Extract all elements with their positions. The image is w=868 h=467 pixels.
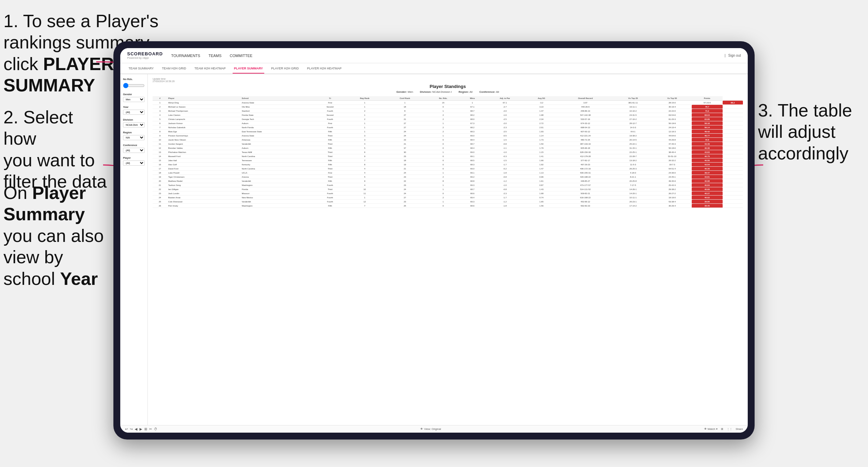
toolbar-view[interactable]: 👁 View: Original — [420, 427, 441, 431]
table-row[interactable]: 6Jackson KoivunAuburnFirst127167.3-2.02.… — [153, 121, 743, 125]
table-cell: 0 — [426, 163, 461, 167]
redo-button[interactable]: ↪ — [130, 427, 133, 431]
undo-button[interactable]: ↩ — [125, 427, 128, 431]
prev-button[interactable]: ◀ — [135, 427, 137, 431]
filters-sidebar: No Rds. Gender Men Year (All) Divisio — [120, 74, 148, 425]
table-cell: 68.8 — [461, 179, 484, 183]
table-cell: 44.8 — [692, 138, 723, 142]
sub-nav-player-h2h-grid[interactable]: PLAYER H2H GRID — [270, 64, 300, 73]
sub-nav-team-h2h-grid[interactable]: TEAM H2H GRID — [160, 64, 188, 73]
table-cell: 1 — [153, 101, 167, 105]
table-cell: 35-26-4 — [653, 204, 692, 208]
table-row[interactable]: 2Michael Le SassevOle MissSecond118067.1… — [153, 105, 743, 109]
player-select[interactable]: (All) — [123, 160, 145, 166]
table-row[interactable]: 26Petr HrubyWashingtonFifth725068.6-1.81… — [153, 204, 743, 208]
table-cell: Luke Clanton — [167, 113, 241, 117]
table-cell: 5 — [345, 175, 384, 179]
table-cell: 2 — [345, 109, 384, 113]
table-cell: 8-21-1 — [613, 175, 653, 179]
table-row[interactable]: 25Cole SherwoodVanderbiltFourth1223169.3… — [153, 200, 743, 204]
conference-select[interactable]: (All) — [123, 148, 145, 153]
table-cell: 40.69 — [692, 187, 723, 191]
year-select[interactable]: (All) — [123, 110, 145, 115]
table-row[interactable]: 14Maxwell FordNorth CarolinaThird923069.… — [153, 154, 743, 158]
annotation-step2-line1: 2. Select how — [3, 107, 73, 148]
table-header-row: # Player School Yr Reg Rank Conf Rank No… — [153, 96, 743, 101]
table-row[interactable]: 22Ian GilliganFloridaThird1024168.7-0.81… — [153, 187, 743, 191]
table-row[interactable]: 7Nicholas GabrelcikNorth FloridaFourth12… — [153, 125, 743, 130]
nav-tournaments[interactable]: TOURNAMENTS — [171, 52, 200, 59]
table-cell: Brendan Valdes — [167, 146, 241, 150]
table-row[interactable]: 3Michael ThorbjornsenStanfordFourth28168… — [153, 109, 743, 113]
toolbar-icon1[interactable]: ⊞ — [721, 427, 723, 431]
table-row[interactable]: 20Matthew RiedelVanderbiltFifth922868.8-… — [153, 179, 743, 183]
table-cell: -1.5 — [484, 138, 526, 142]
table-cell: 1 — [426, 200, 461, 204]
table-row[interactable]: 23Jack LundinMissouriFourth1124068.6-2.3… — [153, 191, 743, 196]
table-row[interactable]: 21Tashiun SongWashingtonFourth423169.3-1… — [153, 183, 743, 187]
watch-icon: 👁 — [704, 427, 707, 431]
annotation-step3: 3. The table will adjust accordingly — [758, 100, 865, 164]
no-rds-slider[interactable] — [123, 83, 145, 88]
clock-button[interactable]: ⏱ — [154, 427, 157, 431]
sub-nav-team-h2h-heatmap[interactable]: TEAM H2H HEATMAP — [193, 64, 227, 73]
table-cell: 0 — [426, 105, 461, 109]
eye-icon: 👁 — [420, 427, 423, 431]
table-row[interactable]: 15Jake HallTennesseeFifth718068.5-1.51.6… — [153, 158, 743, 163]
table-row[interactable]: 10Jacob Skov OlesenArkansasFifth323068.4… — [153, 138, 743, 142]
table-cell: 1 — [426, 134, 461, 138]
sub-nav-player-h2h-heatmap[interactable]: PLAYER H2H HEATMAP — [305, 64, 343, 73]
table-row[interactable]: 1Wenyi DingArizona StateFirst1115167.1-3… — [153, 101, 743, 105]
table-cell: 27-10-2 — [613, 117, 653, 121]
nav-committee[interactable]: COMMITTEE — [230, 52, 253, 59]
table-cell: 8 — [345, 163, 384, 167]
copy-button[interactable]: ⊞ — [144, 427, 147, 431]
col-points: Points — [692, 96, 723, 101]
table-row[interactable]: 18Luke PowellUCLAFirst424169.1-1.81.1350… — [153, 171, 743, 175]
cut-button[interactable]: ✂ — [149, 427, 152, 431]
toolbar-icon2[interactable]: ⋮⋮ — [727, 427, 732, 431]
table-cell: Petr Hruby — [167, 204, 241, 208]
table-cell: 15 — [153, 158, 167, 163]
table-cell: 9 — [345, 179, 384, 183]
table-row[interactable]: 19Tiger ChristensenArizonaThird523269.2-… — [153, 175, 743, 179]
table-row[interactable]: 17David FordNorth CarolinaThird421069.0-… — [153, 167, 743, 171]
table-cell: 1 — [426, 187, 461, 191]
table-row[interactable]: 12Brendan ValdesAuburnFifth537068.4-1.11… — [153, 146, 743, 150]
sub-nav-team-summary[interactable]: TEAM SUMMARY — [127, 64, 155, 73]
table-row[interactable]: 24Bastien AmatNew MexicoFourth127269.4-1… — [153, 196, 743, 200]
table-row[interactable]: 5Christo LamprechtGeorgia TechFourth2212… — [153, 117, 743, 121]
table-row[interactable]: 9Preston SummerhaysArizona StateThird324… — [153, 134, 743, 138]
division-select[interactable]: NCAA Division I — [123, 122, 145, 127]
table-row[interactable]: 13Phichaksn MaichonTexas A&MThird630169.… — [153, 150, 743, 154]
table-cell: Preston Summerhays — [167, 134, 241, 138]
table-row[interactable]: 16Alex GoffKentuckyFifth819068.3-1.71.92… — [153, 163, 743, 167]
nav-sign-out[interactable]: Sign out — [728, 54, 741, 57]
table-cell: Matthew Riedel — [167, 179, 241, 183]
table-cell: 452-66-12 — [557, 200, 613, 204]
table-row[interactable]: 11Gordon SargentVanderbiltThird421068.7-… — [153, 142, 743, 146]
table-cell: Cole Sherwood — [167, 200, 241, 204]
table-cell: 24 — [384, 191, 426, 196]
nav-teams[interactable]: TEAMS — [209, 52, 222, 59]
table-cell: -0.8 — [484, 175, 526, 179]
table-row[interactable]: 8Mats EgeEast Tennessee StateFifth124268… — [153, 130, 743, 134]
gender-select[interactable]: Men — [123, 97, 145, 102]
table-cell: Texas A&M — [241, 150, 315, 154]
region-select[interactable]: N/A — [123, 135, 145, 140]
table-cell: 1.43 — [526, 187, 557, 191]
table-cell: 35-16-4 — [653, 105, 692, 109]
watch-button[interactable]: 👁 Watch ▾ — [704, 427, 717, 431]
table-cell: 21 — [384, 117, 426, 121]
sub-nav-player-summary[interactable]: PLAYER SUMMARY — [233, 64, 264, 74]
table-cell: 31-15-1 — [613, 146, 653, 150]
table-cell: 69.0 — [461, 167, 484, 171]
table-meta: Gender: Men Division: NCAA Division I Re… — [153, 90, 743, 93]
table-cell: 43.54 — [692, 163, 723, 167]
table-cell: Jake Hall — [167, 158, 241, 163]
app-logo-text: SCOREBOARD — [127, 52, 163, 56]
share-button[interactable]: Share — [736, 427, 743, 431]
next-button[interactable]: ▶ — [140, 427, 142, 431]
table-row[interactable]: 4Luke ClantonFlorida StateSecond127268.2… — [153, 113, 743, 117]
table-cell: 0.74 — [526, 196, 557, 200]
